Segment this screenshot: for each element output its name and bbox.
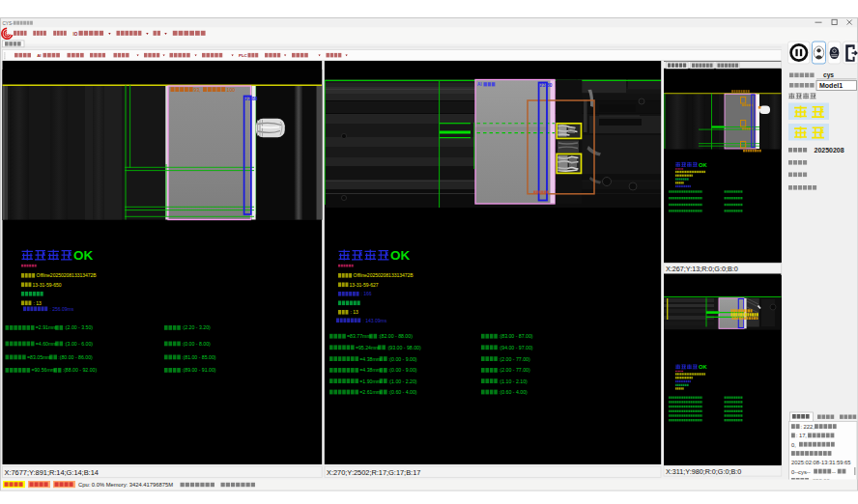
svg-text::(0.00 - 9.00): :(0.00 - 9.00) [388, 367, 417, 373]
svg-text:=90.56mm: =90.56mm [31, 367, 55, 373]
svg-text::(2.00 - 3.50): :(2.00 - 3.50) [64, 324, 93, 330]
svg-text:IO: IO [73, 32, 78, 37]
svg-text:=4.38mm: =4.38mm [359, 356, 381, 362]
svg-text:20250208: 20250208 [815, 147, 844, 154]
svg-text:0--cys--: 0--cys-- [791, 469, 811, 475]
svg-text:: 17,: : 17, [796, 433, 808, 438]
svg-text:X:267;Y:13;R:0;G:0;B:0: X:267;Y:13;R:0;G:0;B:0 [666, 265, 738, 273]
svg-text::(88.00 - 92.00): :(88.00 - 92.00) [63, 367, 98, 373]
svg-text:X:7677;Y:891;R:14;G:14;B:14: X:7677;Y:891;R:14;G:14;B:14 [5, 468, 99, 477]
svg-text:: 13: : 13 [351, 309, 359, 315]
svg-text:CYS-: CYS- [3, 21, 14, 26]
svg-text:cys: cys [823, 71, 834, 79]
svg-text:Model1: Model1 [819, 82, 843, 89]
svg-text:100: 100 [227, 87, 236, 93]
svg-text:Offline2025020813313472B: Offline2025020813313472B [354, 272, 415, 278]
svg-text::(89.00 - 91.00): :(89.00 - 91.00) [182, 367, 216, 373]
svg-text::(2.00 - 77.00): :(2.00 - 77.00) [499, 367, 530, 373]
svg-text::(94.00 - 97.00): :(94.00 - 97.00) [499, 345, 533, 350]
svg-text::(80.00 - 86.00): :(80.00 - 86.00) [58, 354, 93, 360]
svg-text:OK: OK [390, 248, 411, 263]
svg-text:X:311;Y:980;R:0;G:0;B:0: X:311;Y:980;R:0;G:0;B:0 [666, 467, 741, 476]
svg-text:OK: OK [73, 248, 94, 263]
svg-text:=83.05mm: =83.05mm [27, 354, 51, 360]
svg-text::(2.00 - 77.00): :(2.00 - 77.00) [499, 356, 530, 362]
svg-text::(81.00 - 85.00): :(81.00 - 85.00) [182, 354, 216, 360]
svg-text:23.80: 23.80 [540, 82, 553, 88]
svg-text:: 143.09ms: : 143.09ms [363, 318, 387, 323]
svg-text:AI: AI [37, 53, 41, 58]
svg-text:=2.91mm: =2.91mm [36, 324, 57, 330]
svg-text::(3.00 - 6.00): :(3.00 - 6.00) [64, 341, 93, 347]
svg-text::(93.00 - 98.00): :(93.00 - 98.00) [386, 345, 421, 350]
svg-text:Cpu: 0.0% Memory: 3424.4179687: Cpu: 0.0% Memory: 3424.41796875M [78, 482, 173, 488]
svg-text::(0.00 - 9.00): :(0.00 - 9.00) [388, 356, 417, 362]
svg-text:=2.61mm: =2.61mm [359, 389, 381, 395]
svg-text:Offline2025020813313472B: Offline2025020813313472B [37, 272, 98, 278]
svg-text:2025:02:08-13:31:59:65: 2025:02:08-13:31:59:65 [791, 460, 851, 465]
svg-text::(2.20 - 3.20): :(2.20 - 3.20) [182, 324, 211, 330]
svg-text:--: -- [832, 469, 836, 475]
svg-text:0,: 0, [791, 442, 796, 448]
svg-text::(1.10 - 2.10): :(1.10 - 2.10) [499, 378, 528, 384]
svg-text:=4.38mm: =4.38mm [359, 367, 381, 373]
svg-text:OK: OK [699, 162, 708, 168]
svg-text:OK: OK [699, 364, 708, 370]
svg-text::(0.60 - 4.00): :(0.60 - 4.00) [499, 389, 528, 395]
svg-text:AI: AI [477, 82, 482, 87]
svg-text:93,: 93, [194, 87, 201, 93]
svg-text:=83.77mm: =83.77mm [347, 333, 371, 339]
svg-text:: 222,: : 222, [800, 424, 815, 430]
svg-text:=4.60mm: =4.60mm [36, 341, 57, 347]
svg-text:23.88: 23.88 [245, 96, 258, 101]
svg-text:PLC: PLC [239, 53, 248, 58]
svg-text:=1.90mm: =1.90mm [359, 378, 381, 384]
svg-text:13-31-59-627: 13-31-59-627 [350, 282, 379, 288]
svg-text::(0.00 - 8.00): :(0.00 - 8.00) [182, 341, 211, 347]
svg-text:: 256.09ms: : 256.09ms [50, 306, 74, 312]
svg-text:: 13: : 13 [34, 300, 43, 306]
svg-text:X:270;Y:2502;R:17;G:17;B:17: X:270;Y:2502;R:17;G:17;B:17 [327, 468, 420, 477]
svg-text:: 166: : 166 [361, 291, 372, 296]
svg-text:13-31-59-650: 13-31-59-650 [33, 282, 62, 288]
svg-text:=95.24mm: =95.24mm [356, 345, 380, 350]
svg-text::(83.00 - 87.00): :(83.00 - 87.00) [499, 333, 533, 339]
svg-text::(0.60 - 4.00): :(0.60 - 4.00) [388, 389, 417, 395]
svg-text::(82.00 - 88.00): :(82.00 - 88.00) [378, 333, 413, 339]
svg-text::(1.00 - 2.20): :(1.00 - 2.20) [388, 378, 417, 384]
